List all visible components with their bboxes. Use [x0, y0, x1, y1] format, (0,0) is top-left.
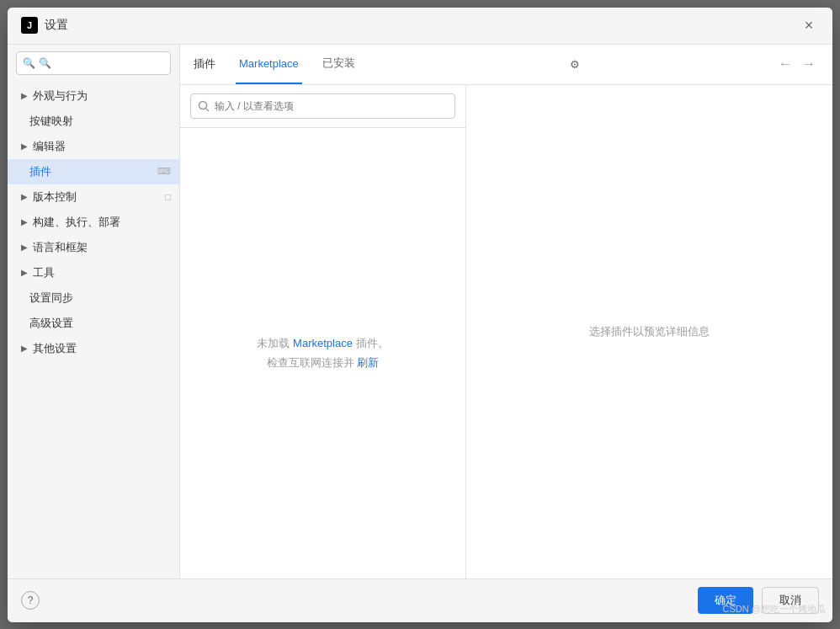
refresh-link[interactable]: 刷新 — [357, 356, 379, 369]
sidebar-search-input[interactable] — [16, 51, 171, 75]
plugin-search-input[interactable] — [215, 100, 448, 112]
dialog-title: 设置 — [45, 18, 68, 33]
expand-icon: ▶ — [21, 91, 28, 100]
sidebar-item-keymap[interactable]: 按键映射 — [8, 109, 179, 134]
marketplace-link[interactable]: Marketplace — [293, 337, 353, 349]
expand-icon: ▶ — [21, 268, 28, 277]
footer: ? 确定 取消 — [8, 578, 832, 622]
sidebar-item-label: 工具 — [33, 265, 171, 280]
sidebar-item-label: 版本控制 — [33, 189, 165, 205]
expand-icon: ▶ — [21, 141, 28, 151]
sidebar-item-label: 按键映射 — [29, 114, 171, 129]
sidebar-item-tools[interactable]: ▶ 工具 — [8, 260, 179, 285]
search-icon — [198, 100, 210, 112]
sidebar-item-sync[interactable]: 设置同步 — [8, 285, 179, 311]
help-button[interactable]: ? — [21, 591, 40, 610]
app-icon: J — [21, 17, 38, 34]
main-content: 🔍 ▶ 外观与行为 按键映射 ▶ 编辑器 插件 ⌨ ▶ 版本控制 — [8, 45, 832, 578]
empty-text-line1: 未加载 Marketplace 插件。 — [257, 333, 388, 353]
square-icon: □ — [165, 192, 171, 202]
sidebar-item-editor[interactable]: ▶ 编辑器 — [8, 134, 179, 159]
sidebar-item-advanced[interactable]: 高级设置 — [8, 311, 179, 336]
plugin-detail-placeholder: 选择插件以预览详细信息 — [589, 324, 710, 339]
sidebar-item-label: 构建、执行、部署 — [33, 215, 171, 230]
plugin-empty-state: 未加载 Marketplace 插件。 检查互联网连接并 刷新 — [180, 128, 465, 578]
expand-icon: ▶ — [21, 344, 28, 353]
tab-settings-icon[interactable]: ⚙ — [563, 52, 587, 76]
sidebar-search-icon: 🔍 — [23, 57, 35, 69]
svg-point-0 — [199, 101, 207, 109]
tab-section-label: 插件 — [194, 56, 215, 72]
sidebar-item-label: 插件 — [29, 164, 157, 179]
nav-forward-button[interactable]: → — [799, 54, 819, 74]
plugin-search-inner — [190, 93, 455, 119]
plugin-detail-panel: 选择插件以预览详细信息 — [466, 85, 832, 578]
expand-icon: ▶ — [21, 192, 28, 201]
plugin-search-box — [180, 85, 465, 128]
svg-line-1 — [206, 108, 210, 111]
sidebar-item-lang[interactable]: ▶ 语言和框架 — [8, 235, 179, 260]
watermark: CSDN @想吃一个烤地瓜 — [723, 603, 832, 616]
expand-icon: ▶ — [21, 243, 28, 252]
sidebar-item-label: 语言和框架 — [33, 240, 171, 255]
tab-nav-buttons: ← → — [775, 54, 819, 74]
tab-installed[interactable]: 已安装 — [319, 45, 359, 85]
sidebar-item-label: 编辑器 — [33, 139, 171, 154]
gear-icon: ⚙ — [570, 58, 580, 71]
empty-text-line2: 检查互联网连接并 刷新 — [267, 353, 380, 372]
plugin-list: 未加载 Marketplace 插件。 检查互联网连接并 刷新 — [180, 85, 466, 578]
sidebar-item-label: 其他设置 — [33, 341, 171, 356]
title-bar: J 设置 × — [8, 8, 832, 45]
translate-icon: ⌨ — [157, 166, 171, 177]
sidebar-item-other[interactable]: ▶ 其他设置 — [8, 336, 179, 361]
sidebar-item-label: 设置同步 — [29, 291, 171, 306]
sidebar-item-label: 外观与行为 — [33, 88, 171, 104]
sidebar-item-build[interactable]: ▶ 构建、执行、部署 — [8, 210, 179, 235]
close-button[interactable]: × — [799, 15, 819, 35]
expand-icon: ▶ — [21, 217, 28, 227]
settings-dialog: J 设置 × 🔍 ▶ 外观与行为 按键映射 ▶ 编辑器 — [8, 8, 832, 622]
nav-back-button[interactable]: ← — [775, 54, 795, 74]
right-panel: 插件 Marketplace 已安装 ⚙ ← → — [180, 45, 832, 578]
sidebar-item-vcs[interactable]: ▶ 版本控制 □ — [8, 184, 179, 210]
tab-bar: 插件 Marketplace 已安装 ⚙ ← → — [180, 45, 832, 85]
sidebar: 🔍 ▶ 外观与行为 按键映射 ▶ 编辑器 插件 ⌨ ▶ 版本控制 — [8, 45, 180, 578]
sidebar-item-appearance[interactable]: ▶ 外观与行为 — [8, 83, 179, 109]
plugin-area: 未加载 Marketplace 插件。 检查互联网连接并 刷新 选择插件以预览详… — [180, 85, 832, 578]
sidebar-item-plugins[interactable]: 插件 ⌨ — [8, 159, 179, 184]
tab-marketplace[interactable]: Marketplace — [236, 45, 302, 85]
sidebar-search-box: 🔍 — [16, 51, 171, 75]
sidebar-item-label: 高级设置 — [29, 316, 171, 331]
